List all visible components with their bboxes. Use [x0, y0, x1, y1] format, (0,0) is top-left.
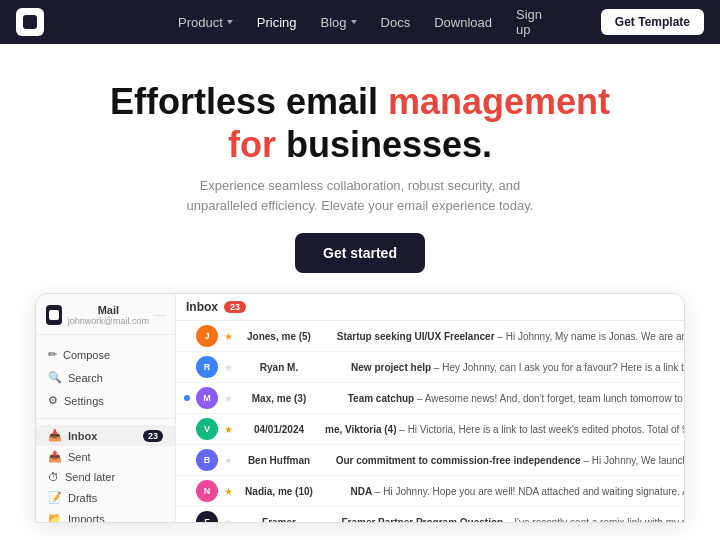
inbox-badge: 23	[143, 430, 163, 442]
avatar: F	[196, 511, 218, 522]
inbox-title: Inbox	[186, 300, 218, 314]
sidebar-header: Mail johnwork@mail.com ⋯	[36, 304, 175, 335]
clock-icon: ⏱	[48, 471, 59, 483]
email-row[interactable]: J ★ Jones, me (5) Startup seeking UI/UX …	[176, 321, 685, 352]
draft-icon: 📝	[48, 491, 62, 504]
nav-signup[interactable]: Sign up	[516, 7, 542, 37]
hero-subtext: Experience seamless collaboration, robus…	[180, 176, 540, 215]
email-sender: 04/01/2024	[239, 424, 319, 435]
search-icon: 🔍	[48, 371, 62, 384]
star-icon[interactable]: ★	[224, 455, 233, 466]
sidebar: Mail johnwork@mail.com ⋯ ✏ Compose 🔍 Sea…	[36, 294, 176, 522]
import-icon: 📂	[48, 512, 62, 523]
inbox-count-badge: 23	[224, 301, 246, 313]
sidebar-item-imports[interactable]: 📂 Imports	[36, 508, 175, 523]
nav-blog[interactable]: Blog	[321, 15, 357, 30]
email-subject: Team catchup – Awesome news! And, don't …	[325, 393, 685, 404]
sidebar-item-sent[interactable]: 📤 Sent	[36, 446, 175, 467]
sidebar-item-inbox[interactable]: 📥 Inbox 23	[36, 425, 175, 446]
nav-product[interactable]: Product	[178, 15, 233, 30]
email-row[interactable]: R ★ Ryan M. New project help – Hey Johnn…	[176, 352, 685, 383]
compose-button[interactable]: ✏ Compose	[36, 343, 175, 366]
gear-icon: ⚙	[48, 394, 58, 407]
email-subject: Our commitment to commission-free indepe…	[325, 455, 685, 466]
email-sender: Ben Huffman	[239, 455, 319, 466]
email-main: Inbox 23 ⬆ Import All ≡ ⚙	[176, 294, 685, 522]
email-row[interactable]: F ★ Framer Framer Partner Program Questi…	[176, 507, 685, 522]
sidebar-expand-icon[interactable]: ⋯	[155, 310, 165, 321]
email-sender: Nadia, me (10)	[239, 486, 319, 497]
nav-logo	[16, 8, 44, 36]
get-template-button[interactable]: Get Template	[601, 9, 704, 35]
sidebar-app-title: Mail	[68, 304, 149, 316]
sent-icon: 📤	[48, 450, 62, 463]
unread-indicator	[184, 395, 190, 401]
email-row[interactable]: M ★ Max, me (3) Team catchup – Awesome n…	[176, 383, 685, 414]
nav-links: Product Pricing Blog Docs Download Sign …	[178, 7, 542, 37]
sidebar-item-sendlater[interactable]: ⏱ Send later	[36, 467, 175, 487]
email-sender: Framer	[239, 517, 319, 523]
email-row[interactable]: B ★ Ben Huffman Our commitment to commis…	[176, 445, 685, 476]
nav-docs[interactable]: Docs	[381, 15, 411, 30]
star-icon[interactable]: ★	[224, 486, 233, 497]
email-sender: Max, me (3)	[239, 393, 319, 404]
sidebar-item-drafts[interactable]: 📝 Drafts	[36, 487, 175, 508]
avatar: M	[196, 387, 218, 409]
email-sender: Jones, me (5)	[239, 331, 319, 342]
star-icon[interactable]: ★	[224, 362, 233, 373]
toolbar-left: Inbox 23	[186, 300, 246, 314]
avatar: R	[196, 356, 218, 378]
chevron-down-icon	[227, 20, 233, 24]
email-subject: Startup seeking UI/UX Freelancer – Hi Jo…	[325, 331, 685, 342]
star-icon[interactable]: ★	[224, 393, 233, 404]
email-row[interactable]: V ★ 04/01/2024 me, Viktoria (4) – Hi Vic…	[176, 414, 685, 445]
avatar: N	[196, 480, 218, 502]
app-preview: Mail johnwork@mail.com ⋯ ✏ Compose 🔍 Sea…	[35, 293, 685, 523]
avatar: J	[196, 325, 218, 347]
email-list: J ★ Jones, me (5) Startup seeking UI/UX …	[176, 321, 685, 522]
settings-button[interactable]: ⚙ Settings	[36, 389, 175, 412]
chevron-down-icon	[351, 20, 357, 24]
star-icon[interactable]: ★	[224, 331, 233, 342]
inbox-icon: 📥	[48, 429, 62, 442]
email-row[interactable]: N ★ Nadia, me (10) NDA – Hi Johnny. Hope…	[176, 476, 685, 507]
email-subject: New project help – Hey Johnny, can I ask…	[325, 362, 685, 373]
search-button[interactable]: 🔍 Search	[36, 366, 175, 389]
navigation: Product Pricing Blog Docs Download Sign …	[0, 0, 720, 44]
star-icon[interactable]: ★	[224, 424, 233, 435]
email-subject: me, Viktoria (4) – Hi Victoria, Here is …	[325, 424, 685, 435]
hero-headline: Effortless email management for business…	[20, 80, 700, 166]
email-subject: Framer Partner Program Question – I've r…	[325, 517, 685, 523]
sidebar-email: johnwork@mail.com	[68, 316, 149, 326]
app-logo-icon	[46, 305, 62, 325]
hero-section: Effortless email management for business…	[0, 44, 720, 540]
email-subject: NDA – Hi Johnny. Hope you are well! NDA …	[325, 486, 685, 497]
star-icon[interactable]: ★	[224, 517, 233, 523]
get-started-button[interactable]: Get started	[295, 233, 425, 273]
avatar: B	[196, 449, 218, 471]
pencil-icon: ✏	[48, 348, 57, 361]
email-toolbar: Inbox 23 ⬆ Import All ≡ ⚙	[176, 294, 685, 321]
nav-download[interactable]: Download	[434, 15, 492, 30]
email-sender: Ryan M.	[239, 362, 319, 373]
nav-pricing[interactable]: Pricing	[257, 15, 297, 30]
avatar: V	[196, 418, 218, 440]
